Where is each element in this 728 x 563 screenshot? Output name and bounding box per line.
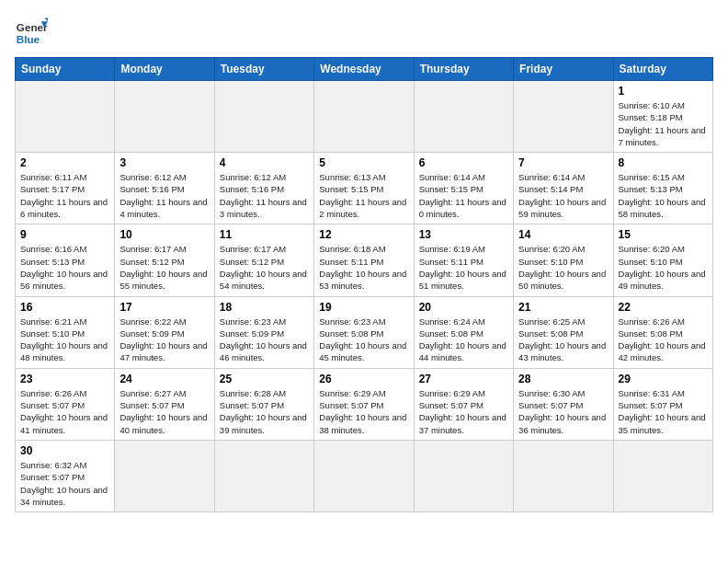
- day-info: Sunrise: 6:21 AMSunset: 5:10 PMDaylight:…: [20, 316, 109, 364]
- day-number: 23: [20, 373, 109, 385]
- calendar-cell: 12Sunrise: 6:18 AMSunset: 5:11 PMDayligh…: [314, 224, 414, 296]
- calendar-cell: 18Sunrise: 6:23 AMSunset: 5:09 PMDayligh…: [214, 296, 313, 368]
- day-number: 16: [20, 301, 109, 314]
- day-number: 19: [319, 301, 408, 314]
- calendar-cell: 14Sunrise: 6:20 AMSunset: 5:10 PMDayligh…: [514, 224, 613, 296]
- day-info: Sunrise: 6:30 AMSunset: 5:07 PMDaylight:…: [518, 387, 608, 436]
- logo: General Blue: [15, 15, 51, 48]
- weekday-header: Sunday: [16, 58, 115, 81]
- calendar-cell: 4Sunrise: 6:12 AMSunset: 5:16 PMDaylight…: [214, 153, 313, 224]
- day-number: 27: [419, 373, 508, 385]
- day-info: Sunrise: 6:18 AMSunset: 5:11 PMDaylight:…: [319, 243, 408, 292]
- day-info: Sunrise: 6:14 AMSunset: 5:15 PMDaylight:…: [419, 171, 508, 220]
- day-number: 12: [319, 228, 408, 241]
- calendar-table: SundayMondayTuesdayWednesdayThursdayFrid…: [15, 57, 713, 512]
- day-info: Sunrise: 6:20 AMSunset: 5:10 PMDaylight:…: [518, 243, 608, 292]
- calendar-cell: 22Sunrise: 6:26 AMSunset: 5:08 PMDayligh…: [613, 296, 712, 368]
- calendar-cell: 24Sunrise: 6:27 AMSunset: 5:07 PMDayligh…: [115, 368, 214, 440]
- day-info: Sunrise: 6:15 AMSunset: 5:13 PMDaylight:…: [619, 171, 708, 220]
- day-info: Sunrise: 6:13 AMSunset: 5:15 PMDaylight:…: [319, 171, 408, 220]
- calendar-cell: 7Sunrise: 6:14 AMSunset: 5:14 PMDaylight…: [514, 153, 613, 224]
- calendar-cell: [514, 81, 613, 153]
- calendar-cell: 13Sunrise: 6:19 AMSunset: 5:11 PMDayligh…: [414, 224, 513, 296]
- day-number: 15: [619, 228, 708, 241]
- day-info: Sunrise: 6:17 AMSunset: 5:12 PMDaylight:…: [220, 243, 309, 292]
- day-info: Sunrise: 6:10 AMSunset: 5:18 PMDaylight:…: [619, 99, 708, 148]
- calendar-cell: [414, 440, 513, 511]
- day-number: 6: [419, 156, 508, 169]
- calendar-week-row: 9Sunrise: 6:16 AMSunset: 5:13 PMDaylight…: [16, 224, 713, 296]
- day-number: 22: [619, 301, 708, 314]
- day-info: Sunrise: 6:17 AMSunset: 5:12 PMDaylight:…: [119, 243, 209, 292]
- calendar-cell: 10Sunrise: 6:17 AMSunset: 5:12 PMDayligh…: [115, 224, 214, 296]
- day-number: 10: [119, 228, 209, 241]
- weekday-header: Tuesday: [214, 58, 313, 81]
- calendar-cell: 29Sunrise: 6:31 AMSunset: 5:07 PMDayligh…: [613, 368, 712, 440]
- calendar-cell: 2Sunrise: 6:11 AMSunset: 5:17 PMDaylight…: [16, 153, 115, 224]
- calendar-cell: 21Sunrise: 6:25 AMSunset: 5:08 PMDayligh…: [514, 296, 613, 368]
- day-number: 8: [619, 156, 708, 169]
- calendar-cell: 11Sunrise: 6:17 AMSunset: 5:12 PMDayligh…: [214, 224, 313, 296]
- day-info: Sunrise: 6:23 AMSunset: 5:08 PMDaylight:…: [319, 316, 408, 364]
- calendar-cell: [115, 81, 214, 153]
- day-info: Sunrise: 6:32 AMSunset: 5:07 PMDaylight:…: [20, 459, 109, 508]
- day-info: Sunrise: 6:12 AMSunset: 5:16 PMDaylight:…: [119, 171, 209, 220]
- day-number: 1: [619, 85, 708, 98]
- day-info: Sunrise: 6:27 AMSunset: 5:07 PMDaylight:…: [119, 387, 209, 436]
- calendar-cell: [214, 81, 313, 153]
- page-header: General Blue: [15, 15, 713, 48]
- calendar-cell: 25Sunrise: 6:28 AMSunset: 5:07 PMDayligh…: [214, 368, 313, 440]
- day-number: 26: [319, 373, 408, 385]
- calendar-cell: [414, 81, 513, 153]
- calendar-cell: 19Sunrise: 6:23 AMSunset: 5:08 PMDayligh…: [314, 296, 414, 368]
- calendar-cell: 23Sunrise: 6:26 AMSunset: 5:07 PMDayligh…: [16, 368, 115, 440]
- day-number: 5: [319, 156, 408, 169]
- day-info: Sunrise: 6:24 AMSunset: 5:08 PMDaylight:…: [419, 316, 508, 364]
- day-info: Sunrise: 6:26 AMSunset: 5:07 PMDaylight:…: [20, 387, 109, 436]
- day-number: 9: [20, 228, 109, 241]
- calendar-cell: [214, 440, 313, 511]
- day-number: 2: [20, 156, 109, 169]
- calendar-week-row: 1Sunrise: 6:10 AMSunset: 5:18 PMDaylight…: [16, 81, 713, 153]
- calendar-week-row: 16Sunrise: 6:21 AMSunset: 5:10 PMDayligh…: [16, 296, 713, 368]
- calendar-cell: [115, 440, 214, 511]
- calendar-cell: 1Sunrise: 6:10 AMSunset: 5:18 PMDaylight…: [613, 81, 712, 153]
- calendar-cell: 30Sunrise: 6:32 AMSunset: 5:07 PMDayligh…: [16, 440, 115, 511]
- day-info: Sunrise: 6:29 AMSunset: 5:07 PMDaylight:…: [319, 387, 408, 436]
- day-info: Sunrise: 6:16 AMSunset: 5:13 PMDaylight:…: [20, 243, 109, 292]
- day-number: 7: [518, 156, 608, 169]
- calendar-cell: [314, 440, 414, 511]
- day-number: 4: [220, 156, 309, 169]
- day-number: 11: [220, 228, 309, 241]
- weekday-header-row: SundayMondayTuesdayWednesdayThursdayFrid…: [16, 58, 713, 81]
- calendar-cell: 5Sunrise: 6:13 AMSunset: 5:15 PMDaylight…: [314, 153, 414, 224]
- day-number: 20: [419, 301, 508, 314]
- day-number: 28: [518, 373, 608, 385]
- calendar-cell: 17Sunrise: 6:22 AMSunset: 5:09 PMDayligh…: [115, 296, 214, 368]
- calendar-cell: [613, 440, 712, 511]
- calendar-cell: 3Sunrise: 6:12 AMSunset: 5:16 PMDaylight…: [115, 153, 214, 224]
- day-info: Sunrise: 6:20 AMSunset: 5:10 PMDaylight:…: [619, 243, 708, 292]
- weekday-header: Monday: [115, 58, 214, 81]
- calendar-cell: 28Sunrise: 6:30 AMSunset: 5:07 PMDayligh…: [514, 368, 613, 440]
- svg-text:Blue: Blue: [17, 33, 40, 45]
- day-number: 29: [619, 373, 708, 385]
- calendar-cell: 26Sunrise: 6:29 AMSunset: 5:07 PMDayligh…: [314, 368, 414, 440]
- weekday-header: Friday: [514, 58, 613, 81]
- weekday-header: Thursday: [414, 58, 513, 81]
- calendar-cell: 9Sunrise: 6:16 AMSunset: 5:13 PMDaylight…: [16, 224, 115, 296]
- day-info: Sunrise: 6:23 AMSunset: 5:09 PMDaylight:…: [220, 316, 309, 364]
- calendar-week-row: 23Sunrise: 6:26 AMSunset: 5:07 PMDayligh…: [16, 368, 713, 440]
- calendar-cell: 27Sunrise: 6:29 AMSunset: 5:07 PMDayligh…: [414, 368, 513, 440]
- calendar-cell: 8Sunrise: 6:15 AMSunset: 5:13 PMDaylight…: [613, 153, 712, 224]
- calendar-cell: [16, 81, 115, 153]
- calendar-week-row: 30Sunrise: 6:32 AMSunset: 5:07 PMDayligh…: [16, 440, 713, 511]
- calendar-cell: 20Sunrise: 6:24 AMSunset: 5:08 PMDayligh…: [414, 296, 513, 368]
- day-info: Sunrise: 6:26 AMSunset: 5:08 PMDaylight:…: [619, 316, 708, 364]
- day-number: 18: [220, 301, 309, 314]
- calendar-cell: 15Sunrise: 6:20 AMSunset: 5:10 PMDayligh…: [613, 224, 712, 296]
- day-info: Sunrise: 6:11 AMSunset: 5:17 PMDaylight:…: [20, 171, 109, 220]
- day-number: 25: [220, 373, 309, 385]
- day-info: Sunrise: 6:14 AMSunset: 5:14 PMDaylight:…: [518, 171, 608, 220]
- calendar-week-row: 2Sunrise: 6:11 AMSunset: 5:17 PMDaylight…: [16, 153, 713, 224]
